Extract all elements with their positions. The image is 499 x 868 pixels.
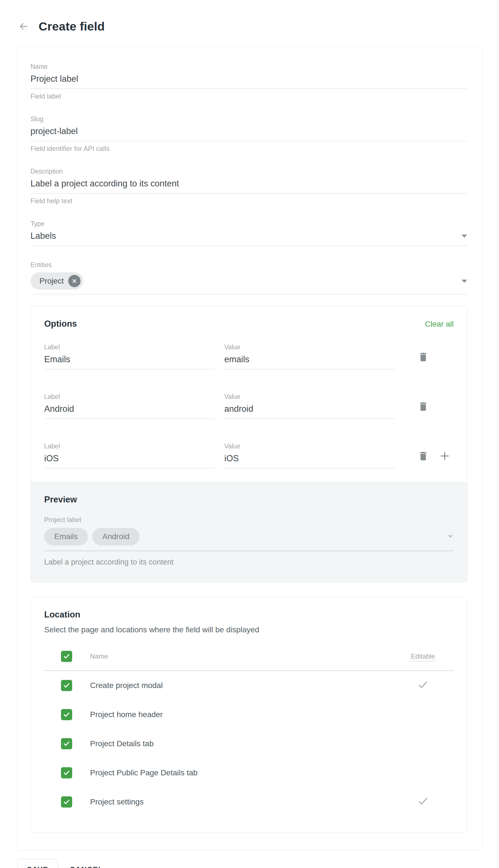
create-field-page: Create field Name Project label Field la…	[0, 0, 499, 868]
check-icon	[63, 711, 71, 718]
preview-chip-label: Android	[102, 532, 130, 541]
location-name: Create project modal	[90, 681, 374, 690]
slug-input[interactable]: project-label	[31, 126, 467, 141]
clear-all-button[interactable]: Clear all	[425, 320, 454, 329]
description-field-label: Description	[31, 168, 467, 175]
option-value-input[interactable]: emails	[224, 354, 395, 369]
description-field-helper: Field help text	[31, 197, 467, 205]
delete-option-button[interactable]	[417, 351, 429, 363]
option-value-caption: Value	[224, 393, 395, 401]
create-field-card: Name Project label Field label Slug proj…	[17, 46, 482, 851]
chevron-down-icon	[461, 280, 467, 283]
add-option-button[interactable]	[439, 450, 451, 462]
options-rows: Label Emails Value emails Label Android	[44, 343, 454, 468]
preview-title: Preview	[44, 495, 454, 505]
options-title: Options	[44, 319, 77, 329]
name-field-label: Name	[31, 63, 467, 71]
trash-icon	[417, 450, 429, 462]
preview-chip: Emails	[44, 528, 88, 546]
location-name: Project Public Page Details tab	[90, 768, 374, 777]
location-subtitle: Select the page and locations where the …	[44, 625, 454, 634]
option-label-input[interactable]: Emails	[44, 354, 215, 369]
options-section: Options Clear all Label Emails Value ema…	[31, 306, 467, 482]
location-row: Project Public Page Details tab	[44, 758, 454, 787]
name-field-helper: Field label	[31, 92, 467, 100]
name-input[interactable]: Project label	[31, 74, 467, 89]
save-button[interactable]: SAVE	[17, 859, 58, 868]
delete-option-button[interactable]	[417, 400, 429, 413]
select-all-checkbox[interactable]	[61, 651, 72, 662]
location-name: Project home header	[90, 710, 374, 719]
editable-check-icon[interactable]	[417, 797, 429, 806]
entity-chip[interactable]: Project	[31, 272, 83, 290]
close-icon	[72, 278, 77, 284]
editable-check-icon[interactable]	[417, 680, 429, 690]
options-header: Options Clear all	[44, 319, 454, 329]
check-icon	[63, 681, 71, 689]
location-section: Location Select the page and locations w…	[31, 597, 467, 833]
description-input[interactable]: Label a project according to its content	[31, 179, 467, 194]
preview-field-label: Project label	[44, 516, 454, 524]
editable-column-header: Editable	[411, 653, 435, 662]
location-checkbox[interactable]	[61, 680, 72, 691]
slug-field-helper: Field identifier for API calls	[31, 145, 467, 153]
back-button[interactable]	[19, 21, 28, 31]
page-header: Create field	[0, 0, 499, 34]
option-label-caption: Label	[44, 393, 215, 401]
option-row: Label Emails Value emails	[44, 343, 454, 369]
delete-option-button[interactable]	[417, 450, 429, 462]
type-field: Type Labels	[31, 220, 467, 246]
preview-chips: Emails Android	[44, 528, 139, 546]
description-field: Description Label a project according to…	[31, 168, 467, 205]
check-icon	[63, 798, 71, 806]
option-label-input[interactable]: Android	[44, 404, 215, 419]
option-label-caption: Label	[44, 343, 215, 351]
entities-select[interactable]: Project	[31, 272, 467, 295]
slug-field: Slug project-label Field identifier for …	[31, 115, 467, 153]
preview-underline	[44, 550, 454, 551]
plus-icon	[439, 450, 451, 462]
type-select[interactable]: Labels	[31, 231, 467, 246]
check-icon	[63, 769, 71, 777]
preview-chip-label: Emails	[54, 532, 78, 541]
entity-chips: Project	[31, 272, 83, 290]
cancel-button[interactable]: CANCEL	[70, 859, 103, 868]
preview-helper: Label a project according to its content	[44, 558, 454, 567]
preview-chip: Android	[92, 528, 139, 546]
form-actions: SAVE CANCEL	[17, 859, 499, 868]
preview-select[interactable]: Emails Android	[44, 528, 454, 546]
location-name: Project settings	[90, 797, 374, 806]
option-row: Label iOS Value iOS	[44, 442, 454, 468]
location-row: Project Details tab	[44, 729, 454, 758]
option-value-input[interactable]: android	[224, 404, 395, 419]
location-checkbox[interactable]	[61, 767, 72, 778]
location-checkbox[interactable]	[61, 796, 72, 808]
name-field: Name Project label Field label	[31, 63, 467, 100]
option-label-input[interactable]: iOS	[44, 453, 215, 468]
chevron-down-icon	[461, 234, 467, 238]
option-value-input[interactable]: iOS	[224, 453, 395, 468]
location-table: Name Editable Create project modal	[44, 649, 454, 817]
option-value-caption: Value	[224, 442, 395, 450]
page-title: Create field	[39, 19, 105, 34]
location-checkbox[interactable]	[61, 709, 72, 720]
option-label-caption: Label	[44, 442, 215, 450]
location-table-header: Name Editable	[44, 649, 454, 664]
location-title: Location	[44, 610, 454, 620]
entities-field-label: Entities	[31, 261, 467, 269]
preview-section: Preview Project label Emails Android Lab…	[31, 482, 467, 582]
remove-entity-button[interactable]	[68, 275, 81, 287]
option-row: Label Android Value android	[44, 393, 454, 419]
location-name: Project Details tab	[90, 739, 374, 748]
location-row: Project settings	[44, 787, 454, 817]
location-row: Project home header	[44, 700, 454, 729]
slug-field-label: Slug	[31, 115, 467, 123]
entity-chip-label: Project	[39, 276, 64, 286]
arrow-left-icon	[19, 21, 28, 31]
chevron-down-icon	[448, 535, 453, 538]
check-icon	[63, 653, 71, 660]
trash-icon	[417, 400, 429, 413]
location-checkbox[interactable]	[61, 738, 72, 749]
type-field-label: Type	[31, 220, 467, 228]
location-rows: Create project modal Project home header…	[44, 671, 454, 817]
